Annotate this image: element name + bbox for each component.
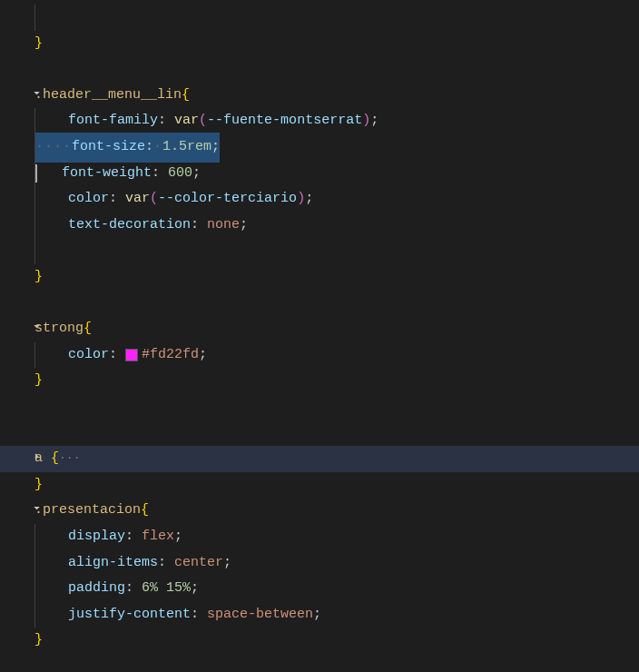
code-line[interactable]: }	[0, 628, 639, 654]
css-function: var	[174, 108, 199, 134]
code-line[interactable]: display: flex;	[0, 524, 639, 550]
fold-ellipsis[interactable]: ···	[59, 448, 80, 470]
code-line[interactable]	[0, 5, 639, 31]
gutter	[0, 59, 34, 132]
css-value: 600	[168, 161, 192, 187]
whitespace-dots: ····	[35, 139, 72, 154]
code-line[interactable]: color: var(--color-terciario);	[0, 186, 639, 212]
brace-close: }	[34, 628, 43, 654]
code-line-folded[interactable]: a {···	[0, 446, 639, 472]
css-value: 1.5rem	[162, 139, 211, 154]
css-property: justify-content	[68, 602, 191, 628]
code-line-blank[interactable]	[0, 56, 639, 83]
css-value: flex	[142, 524, 174, 550]
css-property: color	[68, 186, 109, 212]
brace-close: }	[34, 264, 43, 291]
css-property: font-weight	[62, 161, 152, 187]
code-line-blank[interactable]	[0, 291, 639, 317]
code-line[interactable]: justify-content: space-between;	[0, 602, 639, 628]
css-property: padding	[68, 576, 125, 602]
css-selector: .presentacion	[34, 498, 141, 524]
css-property: display	[68, 524, 125, 550]
css-property: text-decoration	[68, 212, 191, 239]
brace-open: {	[51, 446, 59, 472]
code-line[interactable]: align-items: center;	[0, 549, 639, 576]
css-value: space-between	[207, 602, 313, 628]
code-line-blank[interactable]	[0, 420, 639, 447]
code-line[interactable]: .header__menu__lin{	[0, 83, 639, 109]
css-property: color	[68, 342, 109, 369]
css-selector: .header__menu__lin	[34, 83, 182, 109]
css-function: var	[125, 186, 150, 212]
code-line[interactable]: color: #fd22fd;	[0, 342, 639, 369]
brace-open: {	[141, 498, 149, 524]
code-line[interactable]: font-family: var(--fuente-montserrat);	[0, 108, 639, 134]
gutter	[0, 293, 34, 366]
color-swatch[interactable]	[125, 349, 138, 361]
code-line[interactable]: .presentacion{	[0, 498, 639, 524]
css-property: font-family	[68, 108, 158, 134]
css-selector: strong	[34, 316, 84, 342]
code-line[interactable]: font-weight: 600;	[0, 161, 639, 187]
code-line[interactable]: padding: 6% 15%;	[0, 576, 639, 602]
css-value: none	[207, 212, 240, 239]
brace-close: }	[34, 472, 43, 499]
code-line[interactable]: }	[0, 368, 639, 394]
css-value: #fd22fd	[142, 342, 199, 369]
css-property: align-items	[68, 550, 158, 577]
code-line[interactable]: }	[0, 264, 639, 291]
brace-open: {	[84, 316, 92, 342]
gutter	[0, 475, 34, 548]
code-line-blank[interactable]	[0, 394, 639, 420]
css-value: center	[174, 550, 223, 577]
brace-open: {	[182, 83, 190, 109]
code-line[interactable]: strong{	[0, 316, 639, 342]
css-property: font-size	[72, 139, 145, 154]
css-value: 6% 15%	[142, 576, 191, 602]
css-selector: a	[34, 446, 43, 472]
code-line[interactable]: text-decoration: none;	[0, 212, 639, 239]
code-line[interactable]: }	[0, 472, 639, 499]
css-variable: --fuente-montserrat	[207, 108, 362, 134]
brace-close: }	[34, 368, 43, 394]
css-variable: --color-terciario	[158, 186, 297, 212]
brace-close: }	[34, 31, 43, 57]
code-line-blank[interactable]	[0, 238, 639, 264]
code-line[interactable]: }	[0, 31, 639, 57]
code-line-selected[interactable]: ····font-size:·1.5rem;	[0, 134, 639, 161]
